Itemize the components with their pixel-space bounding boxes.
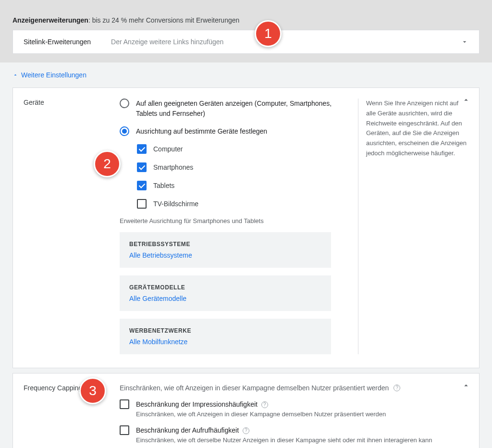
panel-model-title: GERÄTEMODELLE [129,284,321,291]
devices-title: Geräte [24,99,120,354]
checkbox-smartphones[interactable]: Smartphones [137,162,358,172]
annotation-badge-3: 3 [79,377,106,404]
checkbox-icon [137,199,147,209]
device-checkbox-group: Computer Smartphones Tablets TV-Bildschi… [137,144,358,209]
annotation-badge-1: 1 [255,20,282,47]
frequency-desc: Einschränken, wie oft Anzeigen in dieser… [120,384,389,392]
radio-all-devices-label: Auf allen geeigneten Geräten anzeigen (C… [136,99,343,119]
help-icon[interactable]: ? [243,427,249,434]
panel-os-link: Alle Betriebssysteme [129,251,321,259]
view-cap-sub: Einschränken, wie oft derselbe Nutzer An… [136,436,432,444]
frequency-content: Einschränken, wie oft Anzeigen in dieser… [120,384,468,444]
more-settings-toggle[interactable]: Weitere Einstellungen [0,62,492,83]
checkbox-tv-label: TV-Bildschirme [153,200,198,208]
frequency-collapse-button[interactable] [462,381,470,390]
annotation-badge-2: 2 [94,150,121,177]
more-settings-label: Weitere Einstellungen [21,71,86,79]
panel-os-title: BETRIEBSSYSTEME [129,241,321,248]
ad-extensions-header-rest: : bis zu 24 % mehr Conversions mit Erwei… [88,16,239,24]
checkbox-tablets[interactable]: Tablets [137,181,358,190]
devices-help-text: Wenn Sie Ihre Anzeigen nicht auf alle Ge… [358,99,468,354]
ad-extensions-section: Anzeigenerweiterungen: bis zu 24 % mehr … [0,0,492,62]
checkbox-icon [120,399,129,409]
radio-specific-devices[interactable]: Ausrichtung auf bestimmte Geräte festleg… [120,126,358,137]
sitelink-extension-type: Sitelink-Erweiterungen [24,38,91,46]
radio-specific-devices-label: Ausrichtung auf bestimmte Geräte festleg… [136,126,267,137]
ad-extensions-header-bold: Anzeigenerweiterungen [12,16,88,24]
sitelink-extension-row[interactable]: Sitelink-Erweiterungen Der Anzeige weite… [12,30,480,54]
checkbox-smartphones-label: Smartphones [153,163,193,171]
view-cap-label: Beschränkung der Aufrufhäufigkeit [136,426,239,434]
panel-operating-systems[interactable]: BETRIEBSSYSTEME Alle Betriebssysteme [120,232,331,268]
frequency-desc-row: Einschränken, wie oft Anzeigen in dieser… [120,384,468,392]
devices-card: Geräte Auf allen geeigneten Geräten anze… [12,87,480,368]
checkbox-tablets-label: Tablets [153,182,174,189]
impression-cap-label: Beschränkung der Impressionshäufigkeit [136,400,258,408]
sitelink-extension-desc: Der Anzeige weitere Links hinzufügen [111,38,223,46]
checkbox-icon [137,144,147,154]
panel-net-title: WERBENETZWERKE [129,327,321,334]
radio-all-devices[interactable]: Auf allen geeigneten Geräten anzeigen (C… [120,99,358,119]
checkbox-icon [120,425,129,435]
devices-collapse-button[interactable] [462,96,470,104]
radio-icon [120,126,129,136]
panel-device-models[interactable]: GERÄTEMODELLE Alle Gerätemodelle [120,275,331,311]
panel-model-link: Alle Gerätemodelle [129,295,321,302]
checkbox-icon [137,181,147,190]
checkbox-computer[interactable]: Computer [137,144,358,154]
advanced-targeting-note: Erweiterte Ausrichtung für Smartphones u… [120,217,358,224]
impression-cap-sub: Einschränken, wie oft Anzeigen in dieser… [136,411,386,418]
chevron-up-icon [12,72,18,78]
checkbox-computer-label: Computer [153,145,183,153]
help-icon[interactable]: ? [394,385,400,391]
panel-net-link: Alle Mobilfunknetze [129,338,321,346]
chevron-down-icon [461,38,468,46]
panel-ad-networks[interactable]: WERBENETZWERKE Alle Mobilfunknetze [120,319,331,354]
checkbox-icon [137,162,147,172]
help-icon[interactable]: ? [261,401,268,408]
checkbox-tv[interactable]: TV-Bildschirme [137,199,358,209]
checkbox-view-cap[interactable]: Beschränkung der Aufrufhäufigkeit ? Eins… [120,425,468,444]
radio-icon [120,99,129,108]
ad-extensions-header: Anzeigenerweiterungen: bis zu 24 % mehr … [12,16,480,24]
devices-content: Auf allen geeigneten Geräten anzeigen (C… [120,99,358,354]
checkbox-impression-cap[interactable]: Beschränkung der Impressionshäufigkeit ?… [120,399,468,418]
